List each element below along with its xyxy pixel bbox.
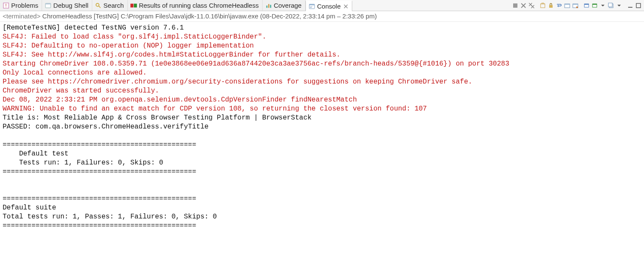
- view-tabbar: ! Problems Debug Shell Search Results of…: [0, 0, 644, 11]
- status-exe: C:\Program Files\Java\jdk-11.0.16\bin\ja…: [121, 12, 258, 20]
- console-line: Starting ChromeDriver 108.0.5359.71 (1e0…: [3, 60, 641, 69]
- svg-point-4: [96, 3, 99, 6]
- testng-icon: [130, 2, 137, 9]
- console-line: Tests run: 1, Failures: 0, Skips: 0: [3, 158, 641, 167]
- debug-shell-icon: [45, 2, 51, 9]
- view-tabs: ! Problems Debug Shell Search Results of…: [0, 0, 352, 11]
- console-line: PASSED: com.qa.browsers.ChromeHeadless.v…: [3, 123, 641, 132]
- pin-console-icon[interactable]: [571, 2, 579, 9]
- svg-point-32: [576, 6, 578, 8]
- status-terminated: <terminated>: [3, 12, 40, 20]
- word-wrap-icon[interactable]: [555, 2, 563, 9]
- close-icon[interactable]: [343, 4, 348, 9]
- console-output[interactable]: [RemoteTestNG] detected TestNG version 7…: [0, 22, 644, 232]
- svg-rect-7: [134, 3, 137, 7]
- scroll-lock-icon[interactable]: [547, 2, 555, 9]
- status-time: (08-Dec-2022, 2:33:14 pm – 2:33:26 pm): [260, 12, 377, 20]
- minimize-icon[interactable]: [626, 2, 634, 9]
- svg-rect-31: [573, 4, 578, 5]
- svg-line-5: [99, 6, 100, 7]
- svg-rect-34: [584, 4, 589, 5]
- coverage-icon: [265, 2, 272, 9]
- tab-problems[interactable]: ! Problems: [0, 0, 42, 11]
- console-line: [3, 185, 641, 194]
- svg-rect-24: [541, 4, 545, 8]
- console-status-line: <terminated> ChromeHeadless [TestNG] C:\…: [0, 11, 644, 22]
- console-line: Total tests run: 1, Passes: 1, Failures:…: [3, 212, 641, 221]
- svg-rect-27: [549, 5, 553, 8]
- tab-label: Coverage: [274, 0, 302, 11]
- svg-rect-39: [628, 7, 632, 8]
- remove-launch-icon[interactable]: [520, 2, 527, 9]
- tab-testng-results[interactable]: Results of running class ChromeHeadless: [128, 0, 263, 11]
- console-line: Title is: Most Reliable App & Cross Brow…: [3, 114, 641, 123]
- view-menu-caret-icon[interactable]: [599, 2, 607, 9]
- view-menu-small-icon[interactable]: [615, 2, 623, 9]
- console-line: Dec 08, 2022 2:33:21 PM org.openqa.selen…: [3, 96, 641, 105]
- tab-debug-shell[interactable]: Debug Shell: [42, 0, 92, 11]
- show-console-icon[interactable]: [563, 2, 571, 9]
- tab-label: Debug Shell: [53, 0, 88, 11]
- tab-search[interactable]: Search: [92, 0, 128, 11]
- svg-rect-36: [593, 4, 597, 5]
- console-line: ========================================…: [3, 167, 641, 176]
- svg-rect-8: [266, 6, 268, 8]
- search-icon: [95, 2, 102, 9]
- console-line: Default test: [3, 149, 641, 158]
- console-line: SLF4J: See http://www.slf4j.org/codes.ht…: [3, 51, 641, 60]
- console-line: ========================================…: [3, 140, 641, 149]
- tabbar-spacer: [352, 0, 511, 11]
- svg-rect-29: [565, 4, 570, 5]
- svg-rect-9: [268, 4, 269, 8]
- svg-rect-17: [513, 3, 517, 8]
- svg-rect-6: [130, 3, 133, 7]
- console-line: SLF4J: Failed to load class "org.slf4j.i…: [3, 33, 641, 42]
- open-console-icon[interactable]: [591, 2, 599, 9]
- display-selected-icon[interactable]: [583, 2, 590, 9]
- console-line: [3, 176, 641, 185]
- tab-label: Console: [317, 1, 341, 12]
- console-line: ========================================…: [3, 221, 641, 230]
- status-launch: ChromeHeadless [TestNG]: [42, 12, 119, 20]
- tab-console[interactable]: Console: [305, 0, 352, 11]
- console-line: Only local connections are allowed.: [3, 69, 641, 78]
- console-line: [3, 132, 641, 140]
- console-line: ChromeDriver was started successfully.: [3, 87, 641, 96]
- clear-icon[interactable]: [539, 2, 547, 9]
- console-line: Please see https://chromedriver.chromium…: [3, 78, 641, 87]
- remove-all-icon[interactable]: [528, 2, 535, 9]
- console-line: WARNING: Unable to find an exact match f…: [3, 105, 641, 114]
- tab-label: Problems: [11, 0, 38, 11]
- console-toolbar: [511, 0, 644, 11]
- tab-label: Results of running class ChromeHeadless: [139, 0, 259, 11]
- tab-label: Search: [103, 0, 124, 11]
- console-icon: [308, 3, 315, 10]
- terminate-icon[interactable]: [511, 2, 519, 9]
- svg-rect-3: [45, 3, 51, 4]
- console-line: SLF4J: Defaulting to no-operation (NOP) …: [3, 42, 641, 51]
- svg-rect-10: [270, 5, 271, 8]
- new-view-icon[interactable]: [607, 2, 615, 9]
- console-line: ========================================…: [3, 194, 641, 203]
- svg-rect-38: [608, 3, 612, 7]
- tab-coverage[interactable]: Coverage: [263, 0, 305, 11]
- problems-icon: !: [3, 2, 9, 9]
- svg-rect-12: [309, 4, 314, 5]
- console-line: Default suite: [3, 203, 641, 212]
- svg-text:!: !: [5, 3, 7, 8]
- console-line: [RemoteTestNG] detected TestNG version 7…: [3, 24, 641, 33]
- maximize-icon[interactable]: [635, 2, 642, 9]
- svg-rect-40: [636, 3, 641, 8]
